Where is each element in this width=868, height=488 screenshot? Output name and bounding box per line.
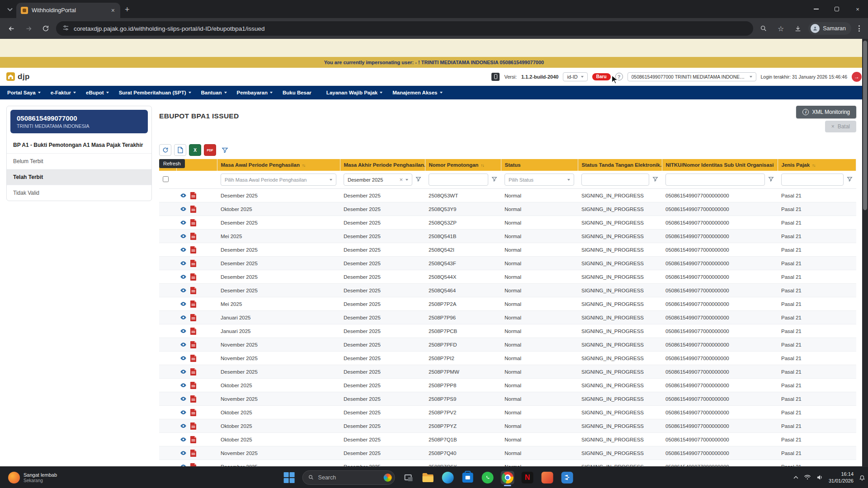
pdf-download-icon[interactable] bbox=[190, 219, 196, 226]
pdf-download-icon[interactable] bbox=[190, 341, 196, 348]
nav-menu-item[interactable]: eBupot bbox=[86, 90, 109, 95]
nav-menu-item[interactable]: Bantuan bbox=[201, 90, 227, 95]
view-icon[interactable] bbox=[180, 287, 187, 294]
maximize-button[interactable] bbox=[826, 0, 847, 18]
new-tab-button[interactable]: + bbox=[125, 5, 130, 14]
funnel-icon[interactable] bbox=[847, 176, 853, 184]
app-icon-red[interactable]: N bbox=[521, 471, 534, 484]
pdf-download-icon[interactable] bbox=[190, 463, 196, 467]
pdf-download-icon[interactable] bbox=[190, 260, 196, 267]
app-icon-blue[interactable] bbox=[561, 471, 574, 484]
filter-button[interactable] bbox=[219, 144, 231, 156]
view-icon[interactable] bbox=[180, 450, 187, 456]
nitku-filter-input[interactable] bbox=[665, 174, 765, 186]
status-filter-select[interactable]: Pilih Status bbox=[505, 174, 574, 186]
view-icon[interactable] bbox=[180, 341, 187, 348]
browser-tab[interactable]: WithholdingPortal × bbox=[16, 3, 120, 18]
pdf-download-icon[interactable] bbox=[190, 246, 196, 253]
minimize-button[interactable] bbox=[806, 0, 826, 18]
tab-search-chevron-icon[interactable] bbox=[4, 3, 16, 16]
view-icon[interactable] bbox=[180, 206, 187, 212]
pdf-download-icon[interactable] bbox=[190, 328, 196, 335]
forward-icon[interactable] bbox=[22, 22, 35, 35]
status-tte-filter-input[interactable] bbox=[581, 174, 649, 186]
app-icon-orange[interactable] bbox=[541, 471, 554, 484]
pdf-download-icon[interactable] bbox=[190, 355, 196, 362]
sidebar-filter-item[interactable]: Belum Terbit bbox=[7, 154, 151, 169]
cancel-button[interactable]: × Batal bbox=[825, 121, 856, 132]
pdf-download-icon[interactable] bbox=[190, 409, 196, 416]
view-icon[interactable] bbox=[180, 233, 187, 239]
masa-akhir-filter-select[interactable]: Desember 2025 × bbox=[344, 174, 412, 186]
funnel-icon[interactable] bbox=[652, 176, 658, 184]
header-masa-akhir[interactable]: Masa Akhir Periode Penghasilan...↑↓ bbox=[340, 159, 425, 171]
export-excel-button[interactable]: X bbox=[189, 144, 201, 156]
pdf-download-icon[interactable] bbox=[190, 450, 196, 457]
view-icon[interactable] bbox=[180, 463, 187, 466]
tab-close-icon[interactable]: × bbox=[110, 6, 116, 14]
taskbar-clock[interactable]: 16:14 31/01/2026 bbox=[829, 471, 854, 484]
masa-awal-filter-select[interactable]: Pilih Masa Awal Periode Penghasilan bbox=[221, 174, 336, 186]
view-icon[interactable] bbox=[180, 246, 187, 253]
chrome-icon[interactable] bbox=[501, 471, 514, 484]
browser-profile-chip[interactable]: Samaran bbox=[808, 22, 851, 35]
download-icon[interactable] bbox=[791, 22, 805, 35]
export-pdf-button[interactable]: PDF bbox=[204, 144, 216, 156]
funnel-icon[interactable] bbox=[415, 176, 421, 184]
view-icon[interactable] bbox=[180, 260, 187, 267]
view-icon[interactable] bbox=[180, 382, 187, 389]
address-bar[interactable]: coretaxdjp.pajak.go.id/withholding-slips… bbox=[56, 21, 753, 36]
export-file-button[interactable] bbox=[174, 144, 186, 156]
wifi-icon[interactable] bbox=[804, 474, 811, 480]
nav-menu-item[interactable]: Layanan Wajib Pajak bbox=[326, 90, 382, 95]
microsoft-store-icon[interactable] bbox=[461, 471, 475, 484]
close-button[interactable]: × bbox=[847, 0, 868, 18]
pdf-download-icon[interactable] bbox=[190, 382, 196, 389]
notification-icon[interactable] bbox=[859, 474, 865, 481]
taskbar-search[interactable]: Search bbox=[302, 470, 395, 485]
reload-icon[interactable] bbox=[39, 22, 52, 35]
sort-icon[interactable]: ↑↓ bbox=[481, 163, 484, 168]
view-icon[interactable] bbox=[180, 328, 187, 334]
whatsapp-icon[interactable] bbox=[481, 471, 495, 484]
header-nomor-pemotongan[interactable]: Nomor Pemotongan↑↓ bbox=[425, 159, 501, 171]
file-explorer-icon[interactable] bbox=[421, 471, 435, 484]
view-icon[interactable] bbox=[180, 395, 187, 402]
locale-select[interactable]: id-ID bbox=[563, 72, 587, 81]
tray-chevron-icon[interactable] bbox=[793, 476, 798, 479]
select-all-checkbox[interactable] bbox=[163, 176, 169, 182]
account-select[interactable]: 0508615499077000 TRINITI MEDIATAMA INDON… bbox=[627, 72, 756, 81]
pdf-download-icon[interactable] bbox=[190, 300, 196, 308]
header-masa-awal[interactable]: Masa Awal Periode Penghasilan↑↓ bbox=[217, 159, 340, 171]
mobile-device-icon[interactable] bbox=[491, 73, 500, 81]
view-icon[interactable] bbox=[180, 219, 187, 226]
view-icon[interactable] bbox=[180, 192, 187, 199]
logout-icon[interactable]: → bbox=[852, 72, 862, 82]
funnel-icon[interactable] bbox=[491, 176, 497, 184]
view-icon[interactable] bbox=[180, 314, 187, 321]
clear-filter-icon[interactable]: × bbox=[399, 177, 403, 183]
scrollbar-thumb[interactable] bbox=[863, 41, 867, 210]
nav-menu-item[interactable]: Surat Pemberitahuan (SPT) bbox=[119, 90, 191, 95]
view-icon[interactable] bbox=[180, 368, 187, 375]
start-button[interactable] bbox=[283, 471, 296, 484]
page-scrollbar[interactable] bbox=[862, 39, 868, 466]
nav-menu-item[interactable]: Buku Besar bbox=[283, 90, 316, 95]
pdf-download-icon[interactable] bbox=[190, 314, 196, 321]
pdf-download-icon[interactable] bbox=[190, 233, 196, 240]
xml-monitoring-button[interactable]: i XML Monitoring bbox=[796, 106, 856, 118]
edge-icon[interactable] bbox=[441, 471, 455, 484]
refresh-button[interactable] bbox=[159, 144, 171, 156]
nav-menu-item[interactable]: Portal Saya bbox=[7, 90, 41, 95]
view-icon[interactable] bbox=[180, 355, 187, 361]
sidebar-filter-item[interactable]: Telah Terbit bbox=[7, 169, 151, 185]
pdf-download-icon[interactable] bbox=[190, 273, 196, 281]
site-settings-icon[interactable] bbox=[62, 24, 69, 33]
view-icon[interactable] bbox=[180, 273, 187, 280]
nav-menu-item[interactable]: Manajemen Akses bbox=[392, 90, 442, 95]
pdf-download-icon[interactable] bbox=[190, 206, 196, 213]
task-view-icon[interactable] bbox=[401, 471, 415, 484]
weather-widget[interactable]: Sangat lembab Sekarang bbox=[5, 467, 61, 488]
sort-icon[interactable]: ↑↓ bbox=[812, 163, 815, 168]
view-icon[interactable] bbox=[180, 409, 187, 416]
